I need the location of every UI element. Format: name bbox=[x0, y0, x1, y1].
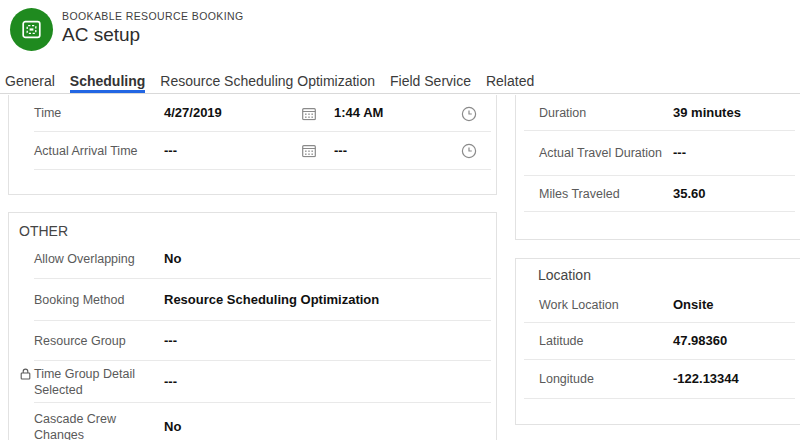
lock-icon bbox=[20, 368, 31, 380]
calendar-icon[interactable] bbox=[302, 145, 316, 158]
field-row-time: Time 4/27/2019 1:44 AM bbox=[9, 95, 496, 132]
clock-icon[interactable] bbox=[461, 143, 477, 159]
field-label: Latitude bbox=[539, 333, 664, 349]
field-label: Allow Overlapping bbox=[34, 251, 154, 267]
field-label: Duration bbox=[539, 105, 664, 121]
field-label: Time bbox=[34, 105, 156, 121]
bookable-resource-booking-form: BOOKABLE RESOURCE BOOKING AC setup Gener… bbox=[0, 0, 800, 440]
entity-badge bbox=[10, 8, 53, 51]
field-value[interactable]: 39 minutes bbox=[673, 105, 741, 121]
field-row-allow-overlapping: Allow Overlapping No bbox=[9, 239, 496, 279]
calendar-icon[interactable] bbox=[302, 107, 316, 120]
field-value[interactable]: --- bbox=[164, 333, 177, 349]
tab-scheduling[interactable]: Scheduling bbox=[70, 73, 145, 93]
field-label: Booking Method bbox=[34, 292, 154, 308]
booking-entity-icon bbox=[21, 19, 42, 40]
section-title: Location bbox=[516, 259, 800, 287]
field-label: Time Group Detail Selected bbox=[34, 366, 154, 399]
field-row-latitude: Latitude 47.98360 bbox=[516, 323, 800, 360]
field-value[interactable]: --- bbox=[673, 145, 686, 161]
field-label: Work Location bbox=[539, 297, 664, 313]
field-row-booking-method: Booking Method Resource Scheduling Optim… bbox=[9, 279, 496, 321]
tab-resource-scheduling-optimization[interactable]: Resource Scheduling Optimization bbox=[160, 73, 375, 93]
field-value[interactable]: No bbox=[164, 251, 181, 267]
field-label: Actual Travel Duration bbox=[539, 145, 664, 161]
record-title: AC setup bbox=[62, 24, 140, 46]
field-value[interactable]: No bbox=[164, 419, 181, 435]
field-label: Miles Traveled bbox=[539, 186, 664, 202]
tab-general[interactable]: General bbox=[5, 73, 55, 93]
field-row-actual-travel-duration: Actual Travel Duration --- bbox=[516, 131, 800, 176]
field-value[interactable]: Onsite bbox=[673, 297, 713, 313]
time-value[interactable]: 1:44 AM bbox=[334, 105, 383, 121]
field-value[interactable]: 47.98360 bbox=[673, 333, 727, 349]
location-section-card: Location Work Location Onsite Latitude 4… bbox=[515, 258, 800, 425]
travel-section-card: Duration 39 minutes Actual Travel Durati… bbox=[515, 95, 800, 240]
section-title: OTHER bbox=[9, 213, 496, 239]
field-label: Resource Group bbox=[34, 333, 154, 349]
field-label: Cascade Crew Changes bbox=[34, 411, 154, 440]
field-row-miles-traveled: Miles Traveled 35.60 bbox=[516, 176, 800, 212]
date-value[interactable]: 4/27/2019 bbox=[164, 105, 222, 121]
clock-icon[interactable] bbox=[461, 106, 477, 122]
form-tab-bar: General Scheduling Resource Scheduling O… bbox=[0, 72, 800, 94]
field-value[interactable]: --- bbox=[164, 374, 177, 390]
tab-field-service[interactable]: Field Service bbox=[390, 73, 471, 93]
field-row-cascade-crew-changes: Cascade Crew Changes No bbox=[9, 403, 496, 440]
field-row-actual-arrival-time: Actual Arrival Time --- --- bbox=[9, 132, 496, 170]
field-value[interactable]: -122.13344 bbox=[673, 371, 739, 387]
field-label: Longitude bbox=[539, 371, 664, 387]
field-row-duration: Duration 39 minutes bbox=[516, 95, 800, 131]
time-value[interactable]: --- bbox=[334, 143, 347, 159]
field-row-resource-group: Resource Group --- bbox=[9, 321, 496, 361]
field-row-work-location: Work Location Onsite bbox=[516, 287, 800, 323]
tab-related[interactable]: Related bbox=[486, 73, 534, 93]
field-row-time-group-detail-selected: Time Group Detail Selected --- bbox=[9, 361, 496, 403]
other-section-card: OTHER Allow Overlapping No Booking Metho… bbox=[8, 212, 497, 440]
date-value[interactable]: --- bbox=[164, 143, 177, 159]
field-value[interactable]: 35.60 bbox=[673, 186, 706, 202]
time-section-card: Time 4/27/2019 1:44 AM bbox=[8, 95, 497, 195]
field-value[interactable]: Resource Scheduling Optimization bbox=[164, 292, 379, 308]
field-label: Actual Arrival Time bbox=[34, 143, 156, 159]
field-row-longitude: Longitude -122.13344 bbox=[516, 360, 800, 399]
entity-type-label: BOOKABLE RESOURCE BOOKING bbox=[62, 10, 244, 22]
